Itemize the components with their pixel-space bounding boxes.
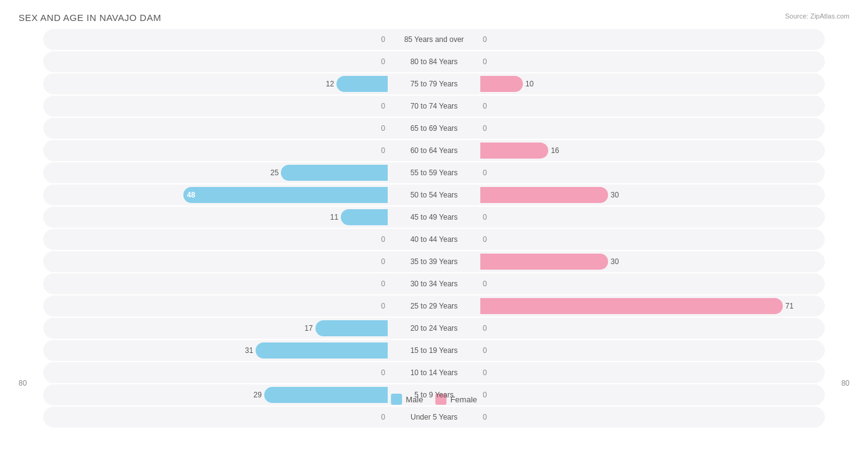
right-side: 0 — [480, 318, 825, 339]
female-zero: 0 — [480, 324, 487, 333]
female-value: 30 — [611, 191, 619, 199]
male-bar: 12 — [336, 76, 388, 92]
left-side: 0 — [43, 251, 388, 272]
right-side: 0 — [480, 229, 825, 250]
bar-row: 17 20 to 24 Years 0 — [43, 318, 825, 339]
age-label: 10 to 14 Years — [388, 368, 480, 377]
left-side: 48 — [43, 184, 388, 205]
male-zero: 0 — [381, 302, 388, 310]
male-value: 31 — [245, 346, 253, 355]
age-label: 75 to 79 Years — [388, 80, 480, 88]
female-bar: 10 — [480, 76, 523, 92]
right-side: 0 — [480, 29, 825, 50]
female-zero: 0 — [480, 235, 487, 244]
female-bar: 30 — [480, 187, 608, 203]
left-side: 0 — [43, 118, 388, 139]
age-label: 20 to 24 Years — [388, 324, 480, 333]
male-zero: 0 — [381, 413, 388, 421]
bar-row: 0 35 to 39 Years 30 — [43, 251, 825, 272]
female-zero: 0 — [480, 346, 487, 355]
male-zero: 0 — [381, 235, 388, 244]
axis-label-right: 80 — [841, 379, 849, 388]
right-side: 0 — [480, 340, 825, 361]
bar-row: 11 45 to 49 Years 0 — [43, 207, 825, 228]
right-side: 0 — [480, 162, 825, 183]
left-side: 0 — [43, 407, 388, 428]
bar-row-inner: 11 45 to 49 Years 0 — [43, 207, 825, 228]
age-label: 60 to 64 Years — [388, 146, 480, 155]
right-side: 0 — [480, 273, 825, 294]
right-side: 0 — [480, 362, 825, 383]
bar-row-inner: 0 70 to 74 Years 0 — [43, 96, 825, 117]
bar-row: 48 50 to 54 Years 30 — [43, 184, 825, 205]
bar-row: 0 Under 5 Years 0 — [43, 407, 825, 428]
male-bar: 31 — [256, 342, 388, 359]
female-zero: 0 — [480, 57, 487, 66]
rows-container: 0 85 Years and over 0 0 80 to 84 Years 0… — [43, 29, 825, 377]
bar-row: 0 65 to 69 Years 0 — [43, 118, 825, 139]
right-side: 30 — [480, 251, 825, 272]
left-side: 0 — [43, 96, 388, 117]
bar-row-inner: 0 65 to 69 Years 0 — [43, 118, 825, 139]
bar-row-inner: 0 80 to 84 Years 0 — [43, 51, 825, 72]
bar-row-inner: 31 15 to 19 Years 0 — [43, 340, 825, 361]
female-zero: 0 — [480, 368, 487, 377]
male-bar: 29 — [264, 387, 388, 403]
left-side: 29 — [43, 384, 388, 405]
right-side: 16 — [480, 140, 825, 161]
bar-row-inner: 0 60 to 64 Years 16 — [43, 140, 825, 161]
male-zero: 0 — [381, 280, 388, 288]
female-bar: 71 — [480, 298, 783, 314]
female-zero: 0 — [480, 280, 487, 288]
bar-row: 12 75 to 79 Years 10 — [43, 73, 825, 94]
male-bar: 25 — [281, 165, 388, 181]
left-side: 0 — [43, 296, 388, 317]
female-zero: 0 — [480, 102, 487, 110]
female-value: 71 — [785, 302, 793, 310]
female-value: 10 — [525, 80, 533, 88]
bar-row: 0 25 to 29 Years 71 — [43, 296, 825, 317]
left-side: 0 — [43, 229, 388, 250]
axis-label-left: 80 — [19, 379, 27, 388]
female-zero: 0 — [480, 213, 487, 222]
female-bar: 16 — [480, 143, 548, 159]
male-zero: 0 — [381, 257, 388, 266]
chart-title: SEX AND AGE IN NAVAJO DAM — [19, 12, 849, 23]
age-label: 70 to 74 Years — [388, 102, 480, 110]
left-side: 0 — [43, 140, 388, 161]
female-zero: 0 — [480, 124, 487, 133]
male-bar: 11 — [341, 209, 388, 225]
male-value: 48 — [187, 191, 195, 199]
source-text: Source: ZipAtlas.com — [785, 12, 849, 20]
female-bar: 30 — [480, 254, 608, 270]
bar-row: 0 60 to 64 Years 16 — [43, 140, 825, 161]
bar-row: 0 30 to 34 Years 0 — [43, 273, 825, 294]
male-value: 25 — [270, 168, 278, 177]
right-side: 10 — [480, 73, 825, 94]
age-label: 25 to 29 Years — [388, 302, 480, 310]
male-zero: 0 — [381, 102, 388, 110]
male-value: 11 — [330, 213, 338, 222]
male-value: 29 — [254, 391, 262, 399]
bar-row-inner: 0 35 to 39 Years 30 — [43, 251, 825, 272]
bar-row-inner: 0 Under 5 Years 0 — [43, 407, 825, 428]
bar-row: 0 10 to 14 Years 0 — [43, 362, 825, 383]
chart-area: 0 85 Years and over 0 0 80 to 84 Years 0… — [19, 29, 849, 405]
bar-row-inner: 0 25 to 29 Years 71 — [43, 296, 825, 317]
male-value: 12 — [326, 80, 334, 88]
bar-row: 0 40 to 44 Years 0 — [43, 229, 825, 250]
left-side: 17 — [43, 318, 388, 339]
right-side: 30 — [480, 184, 825, 205]
right-side: 0 — [480, 384, 825, 405]
left-side: 0 — [43, 51, 388, 72]
right-side: 0 — [480, 118, 825, 139]
left-side: 0 — [43, 29, 388, 50]
age-label: 45 to 49 Years — [388, 213, 480, 222]
bar-row-inner: 0 40 to 44 Years 0 — [43, 229, 825, 250]
female-value: 30 — [611, 257, 619, 266]
female-zero: 0 — [480, 391, 487, 399]
bar-row-inner: 12 75 to 79 Years 10 — [43, 73, 825, 94]
left-side: 0 — [43, 362, 388, 383]
female-value: 16 — [551, 146, 559, 155]
age-label: 65 to 69 Years — [388, 124, 480, 133]
